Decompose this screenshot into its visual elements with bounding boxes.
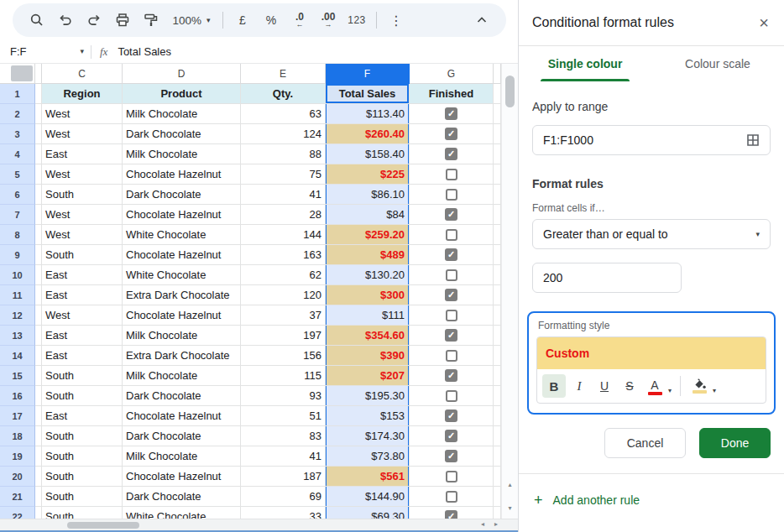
cell-sliver[interactable] xyxy=(35,225,42,245)
cell-region[interactable]: East xyxy=(42,326,123,346)
cell-sliver[interactable] xyxy=(35,265,42,285)
cell-region[interactable]: South xyxy=(42,446,123,467)
cell-region[interactable]: East xyxy=(42,265,123,285)
cell-region[interactable]: South xyxy=(42,386,123,406)
condition-dropdown[interactable]: Greater than or equal to ▾ xyxy=(532,219,771,249)
row-header[interactable]: 14 xyxy=(0,346,35,366)
cell-sliver[interactable] xyxy=(494,144,501,164)
cell-total-sales[interactable]: $195.30 xyxy=(326,386,410,406)
cell-finished[interactable]: ✓ xyxy=(410,285,494,305)
vertical-scrollbar-thumb[interactable] xyxy=(505,76,515,107)
row-header[interactable]: 20 xyxy=(0,467,35,487)
row-header[interactable]: 1 xyxy=(0,84,35,104)
cell-sliver[interactable] xyxy=(35,305,42,326)
cell-total-sales[interactable]: $354.60 xyxy=(326,326,410,346)
row-header[interactable]: 12 xyxy=(0,305,35,326)
cell-product[interactable]: Milk Chocolate xyxy=(123,446,241,467)
row-header[interactable]: 18 xyxy=(0,426,35,446)
cell-finished[interactable]: ✓ xyxy=(410,124,494,144)
cell-qty[interactable]: 187 xyxy=(241,467,326,487)
cell-product[interactable]: Extra Dark Chocolate xyxy=(123,346,241,366)
cell-finished[interactable] xyxy=(410,305,494,326)
row-header[interactable]: 19 xyxy=(0,446,35,467)
cell-total-sales[interactable]: $300 xyxy=(326,285,410,305)
cell-finished[interactable] xyxy=(410,487,494,507)
chevron-down-icon[interactable]: ▾ xyxy=(713,387,716,394)
checkbox-unchecked[interactable] xyxy=(446,491,457,503)
checkbox-checked[interactable]: ✓ xyxy=(445,208,457,221)
cell-total-sales[interactable]: $153 xyxy=(326,406,410,426)
more-options-icon[interactable]: ⋮ xyxy=(384,8,409,33)
row-header[interactable]: 8 xyxy=(0,225,35,245)
row-header[interactable]: 9 xyxy=(0,245,35,265)
checkbox-checked[interactable]: ✓ xyxy=(445,148,457,160)
strikethrough-button[interactable]: S xyxy=(618,374,641,398)
cancel-button[interactable]: Cancel xyxy=(604,428,686,458)
fill-colour-button[interactable] xyxy=(687,374,711,398)
cell-product[interactable]: Dark Chocolate xyxy=(123,487,241,507)
checkbox-unchecked[interactable] xyxy=(446,471,457,482)
cell-finished[interactable] xyxy=(410,185,494,205)
cell-sliver[interactable] xyxy=(35,446,42,467)
cell-total-sales[interactable]: $174.30 xyxy=(326,426,410,446)
cell-region[interactable]: South xyxy=(42,507,123,519)
column-header-b-sliver[interactable] xyxy=(35,64,42,84)
cell-qty[interactable]: 63 xyxy=(241,104,326,124)
paint-format-icon[interactable] xyxy=(139,8,164,33)
currency-format-icon[interactable]: £ xyxy=(230,8,255,33)
row-header[interactable]: 4 xyxy=(0,144,35,164)
checkbox-checked[interactable]: ✓ xyxy=(445,289,457,301)
cell-total-sales[interactable]: $260.40 xyxy=(326,124,410,144)
cell-sliver[interactable] xyxy=(35,144,42,164)
cell-finished[interactable]: ✓ xyxy=(410,144,494,164)
cell-product[interactable]: Milk Chocolate xyxy=(123,366,241,386)
cell-finished[interactable]: ✓ xyxy=(410,507,494,519)
cell-qty[interactable]: 33 xyxy=(241,507,326,519)
cell-product[interactable]: Dark Chocolate xyxy=(123,426,241,446)
cell-region[interactable]: South xyxy=(42,185,123,205)
cell-region[interactable]: West xyxy=(42,124,123,144)
column-header-f[interactable]: F xyxy=(326,64,410,84)
cell-sliver[interactable] xyxy=(494,326,501,346)
cell-sliver[interactable] xyxy=(494,124,501,144)
checkbox-unchecked[interactable] xyxy=(446,269,457,281)
select-all-corner[interactable] xyxy=(0,64,35,84)
checkbox-checked[interactable]: ✓ xyxy=(445,329,457,342)
search-icon[interactable] xyxy=(24,8,50,33)
cell-qty[interactable]: 41 xyxy=(241,185,326,205)
row-header[interactable]: 22 xyxy=(0,507,35,519)
cell-sliver[interactable] xyxy=(35,104,42,124)
checkbox-checked[interactable]: ✓ xyxy=(445,409,457,422)
horizontal-scrollbar[interactable]: ◂ ▸ xyxy=(0,519,518,530)
cell-qty[interactable]: 163 xyxy=(241,245,326,265)
cell-qty-header[interactable]: Qty. xyxy=(241,84,326,104)
name-box[interactable]: F:F ▾ xyxy=(10,45,84,58)
cell-sliver[interactable] xyxy=(35,406,42,426)
row-header[interactable]: 5 xyxy=(0,164,35,185)
column-header-g[interactable]: G xyxy=(410,64,494,84)
cell-qty[interactable]: 156 xyxy=(241,346,326,366)
cell-total-sales[interactable]: $113.40 xyxy=(326,104,410,124)
cell-sliver[interactable] xyxy=(494,164,501,185)
add-another-rule-button[interactable]: + Add another rule xyxy=(532,474,771,526)
checkbox-checked[interactable]: ✓ xyxy=(445,369,457,382)
checkbox-checked[interactable]: ✓ xyxy=(445,510,457,519)
cell-total-sales-header[interactable]: Total Sales xyxy=(326,84,410,104)
cell-sliver[interactable] xyxy=(35,467,42,487)
range-input[interactable]: F1:F1000 xyxy=(532,125,771,155)
cell-product[interactable]: Extra Dark Chocolate xyxy=(123,285,241,305)
cell-region[interactable]: West xyxy=(42,225,123,245)
checkbox-unchecked[interactable] xyxy=(446,169,457,180)
cell-total-sales[interactable]: $489 xyxy=(326,245,410,265)
cell-sliver[interactable] xyxy=(35,84,42,104)
collapse-toolbar-icon[interactable] xyxy=(469,8,494,33)
cell-total-sales[interactable]: $390 xyxy=(326,346,410,366)
column-header-d[interactable]: D xyxy=(123,64,241,84)
cell-sliver[interactable] xyxy=(494,265,501,285)
column-header-h-sliver[interactable] xyxy=(494,64,501,84)
row-header[interactable]: 21 xyxy=(0,487,35,507)
cell-sliver[interactable] xyxy=(35,507,42,519)
cell-region[interactable]: South xyxy=(42,245,123,265)
cell-finished[interactable]: ✓ xyxy=(410,205,494,225)
cell-total-sales[interactable]: $69.30 xyxy=(326,507,410,519)
